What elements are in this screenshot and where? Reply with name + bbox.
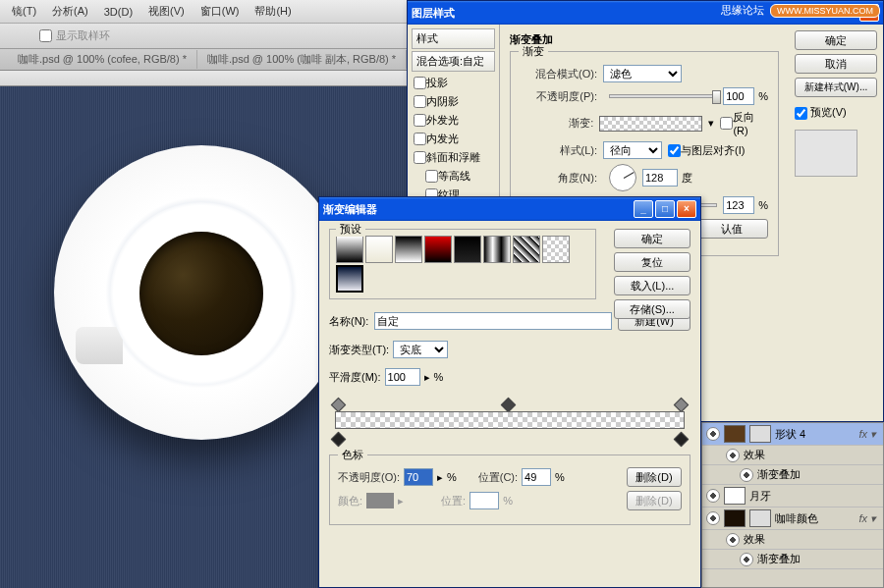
layer-name: 形状 4	[775, 427, 805, 442]
preview-label: 预览(V)	[810, 106, 847, 118]
effect-bevel[interactable]: 斜面和浮雕	[412, 148, 495, 167]
mask-thumb[interactable]	[749, 425, 771, 443]
visibility-icon[interactable]	[740, 553, 753, 566]
inner-shadow-checkbox[interactable]	[414, 95, 426, 108]
sample-ring-label: 显示取样环	[56, 28, 110, 43]
opacity-stop[interactable]	[500, 398, 516, 413]
style-label: 样式(L):	[521, 143, 597, 158]
ge-reset-button[interactable]: 复位	[614, 252, 691, 272]
new-style-button[interactable]: 新建样式(W)...	[795, 78, 877, 97]
scale-input[interactable]	[723, 196, 754, 214]
align-checkbox[interactable]	[668, 144, 681, 157]
effect-inner-glow[interactable]: 内发光	[412, 130, 495, 148]
menu-3d[interactable]: 3D(D)	[104, 6, 133, 18]
ge-ok-button[interactable]: 确定	[614, 229, 691, 248]
reverse-checkbox[interactable]	[720, 117, 733, 130]
blend-mode-select[interactable]: 滤色	[603, 65, 682, 82]
color-stop[interactable]	[674, 432, 690, 448]
preset-swatch[interactable]	[454, 236, 481, 263]
menu-filter[interactable]: 镜(T)	[12, 4, 36, 19]
preset-swatch[interactable]	[513, 236, 540, 263]
default-button[interactable]: 认值	[695, 219, 768, 239]
smoothness-input[interactable]	[385, 368, 420, 386]
preset-swatch-selected[interactable]	[336, 265, 363, 293]
menu-view[interactable]: 视图(V)	[148, 4, 185, 19]
gradient-preview[interactable]	[599, 116, 702, 132]
drop-shadow-checkbox[interactable]	[414, 77, 426, 89]
tab-2[interactable]: 咖啡.psd @ 100% (咖啡 副本, RGB/8) *	[197, 50, 407, 69]
opacity-stop[interactable]	[331, 398, 347, 413]
visibility-icon[interactable]	[706, 489, 720, 503]
preset-swatch[interactable]	[336, 236, 363, 263]
layer-coffee-color[interactable]: 咖啡颜色 fx ▾	[702, 508, 883, 530]
fx-badge[interactable]: fx ▾	[856, 428, 879, 441]
visibility-icon[interactable]	[706, 511, 720, 525]
ge-load-button[interactable]: 载入(L)...	[614, 276, 691, 295]
layer-thumb[interactable]	[724, 425, 746, 443]
preset-swatch[interactable]	[542, 236, 570, 263]
layer-thumb[interactable]	[724, 509, 746, 527]
stop-color-label: 颜色:	[338, 494, 362, 508]
outer-glow-checkbox[interactable]	[414, 114, 426, 127]
smoothness-dropdown-icon[interactable]: ▸	[424, 371, 430, 384]
blend-options-header[interactable]: 混合选项:自定	[412, 51, 495, 72]
preset-swatch[interactable]	[483, 236, 511, 263]
name-input[interactable]	[374, 312, 612, 330]
effect-outer-glow[interactable]: 外发光	[412, 111, 495, 130]
stop-color-chip[interactable]	[366, 493, 394, 508]
contour-checkbox[interactable]	[425, 170, 438, 183]
opacity-slider[interactable]	[609, 94, 717, 98]
layer-effects-2[interactable]: 效果	[702, 530, 883, 550]
color-stop[interactable]	[331, 432, 347, 448]
visibility-icon[interactable]	[740, 468, 753, 482]
ge-save-button[interactable]: 存储(S)...	[614, 299, 691, 319]
menu-analysis[interactable]: 分析(A)	[52, 4, 88, 19]
sample-ring-checkbox[interactable]	[39, 29, 52, 42]
cup-handle	[76, 327, 123, 364]
gradient-dropdown-icon[interactable]: ▾	[708, 117, 714, 130]
styles-header[interactable]: 样式	[412, 28, 495, 49]
layer-grad-overlay[interactable]: 渐变叠加	[702, 465, 883, 485]
opacity-input[interactable]	[723, 87, 754, 105]
stop-opacity-dropdown-icon[interactable]: ▸	[437, 471, 443, 484]
mask-thumb[interactable]	[749, 509, 771, 527]
opacity-stop[interactable]	[674, 398, 690, 413]
minimize-icon[interactable]: _	[634, 200, 653, 218]
presets-title: 预设	[336, 222, 365, 237]
effect-inner-shadow[interactable]: 内阴影	[412, 92, 495, 111]
preset-swatch[interactable]	[365, 236, 393, 263]
close-icon[interactable]: ×	[677, 200, 696, 218]
stop-location-input[interactable]	[522, 468, 551, 486]
stop-opacity-input[interactable]	[404, 468, 433, 486]
preset-swatch[interactable]	[395, 236, 422, 263]
fx-badge[interactable]: fx ▾	[856, 512, 879, 525]
gradient-editor-titlebar[interactable]: 渐变编辑器 _ □ ×	[319, 197, 700, 221]
tab-1[interactable]: 咖啡.psd @ 100% (cofee, RGB/8) *	[8, 50, 197, 69]
gradient-bar[interactable]	[329, 400, 691, 445]
preset-swatch[interactable]	[424, 236, 452, 263]
menu-help[interactable]: 帮助(H)	[254, 4, 291, 19]
visibility-icon[interactable]	[726, 449, 740, 462]
visibility-icon[interactable]	[706, 427, 720, 441]
angle-dial[interactable]	[609, 164, 636, 191]
layer-effects[interactable]: 效果	[702, 446, 883, 465]
effect-contour[interactable]: 等高线	[412, 167, 495, 186]
delete-stop-button[interactable]: 删除(D)	[627, 467, 682, 487]
menu-window[interactable]: 窗口(W)	[200, 4, 240, 19]
layer-thumb[interactable]	[724, 487, 746, 505]
ok-button[interactable]: 确定	[795, 30, 877, 50]
grad-type-select[interactable]: 实底	[393, 341, 448, 358]
layer-crescent[interactable]: 月牙	[702, 485, 883, 508]
effect-drop-shadow[interactable]: 投影	[412, 74, 495, 92]
bevel-checkbox[interactable]	[414, 151, 426, 164]
angle-input[interactable]	[642, 169, 678, 187]
visibility-icon[interactable]	[726, 533, 740, 547]
layer-shape4[interactable]: 形状 4 fx ▾	[702, 423, 883, 446]
preview-checkbox[interactable]	[795, 107, 807, 120]
maximize-icon[interactable]: □	[655, 200, 675, 218]
inner-glow-checkbox[interactable]	[414, 133, 426, 145]
cancel-button[interactable]: 取消	[795, 54, 877, 74]
layer-grad-overlay-2[interactable]: 渐变叠加	[702, 550, 883, 569]
style-select[interactable]: 径向	[603, 141, 662, 159]
scale-pct: %	[758, 199, 768, 211]
